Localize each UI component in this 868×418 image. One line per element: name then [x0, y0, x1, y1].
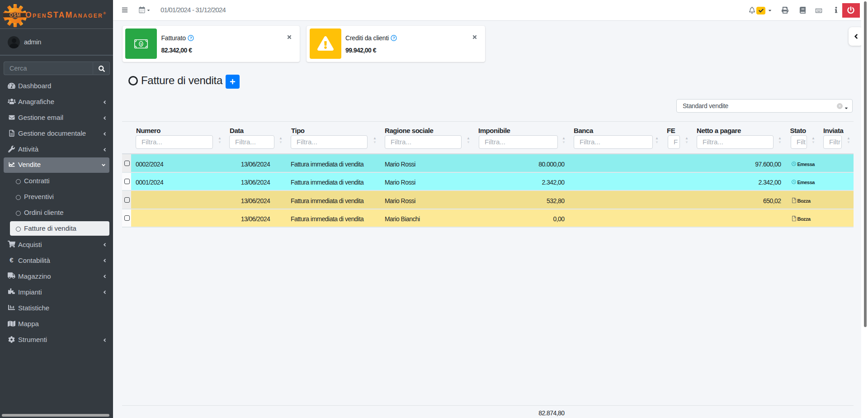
svg-text:?: ? — [189, 35, 192, 40]
svg-text:?: ? — [392, 35, 395, 40]
svg-text:OSM: OSM — [9, 12, 21, 17]
svg-text:1: 1 — [140, 42, 142, 46]
